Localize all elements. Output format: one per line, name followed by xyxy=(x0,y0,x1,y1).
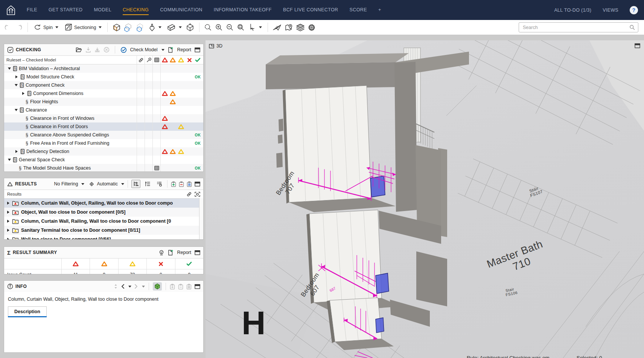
result-row[interactable]: Object, Wall too close to Door component… xyxy=(4,208,203,217)
expand-icon[interactable] xyxy=(15,75,18,78)
result-row-selected[interactable]: Column, Curtain Wall, Object, Railing, W… xyxy=(4,199,203,208)
collapse-icon[interactable] xyxy=(15,109,18,111)
all-todo-button[interactable]: ALL TO-DO (1/3) xyxy=(554,5,591,15)
link-icon[interactable] xyxy=(187,192,192,197)
expand-icon[interactable] xyxy=(22,92,24,95)
panel-window-icon[interactable] xyxy=(635,43,640,48)
selection-basket-button[interactable] xyxy=(165,23,183,32)
previous-issue-icon[interactable] xyxy=(121,284,125,289)
checking-row[interactable]: §Free Area in Front of Fixed FurnishingO… xyxy=(4,139,203,147)
paint-tool-button[interactable] xyxy=(147,23,163,32)
results-scrollbar[interactable] xyxy=(199,198,203,239)
show-in-model-button[interactable] xyxy=(153,282,162,291)
panel-window-icon[interactable] xyxy=(195,47,200,52)
fly-mode-icon[interactable] xyxy=(273,24,282,31)
zoom-in-icon[interactable] xyxy=(215,23,223,32)
collapse-icon[interactable] xyxy=(8,67,11,70)
3d-scene[interactable]: 687 Bedroom 707 Bedroom 607 Master Bath xyxy=(206,40,644,358)
wrench-icon[interactable] xyxy=(146,58,151,63)
menu-information-takeoff[interactable]: INFORMATION TAKEOFF xyxy=(214,5,272,15)
menu-add-tab[interactable]: + xyxy=(378,5,381,15)
summary-report-button[interactable]: Report xyxy=(177,250,191,255)
3d-viewport[interactable]: 3D xyxy=(206,40,644,358)
checking-row[interactable]: §Clearance Above Suspended CeilingsOK xyxy=(4,131,203,139)
spin-button[interactable]: Spin xyxy=(32,23,59,32)
zoom-fit-icon[interactable] xyxy=(204,23,212,32)
tab-description[interactable]: Description xyxy=(8,306,47,316)
expand-icon[interactable] xyxy=(7,211,9,214)
search-input[interactable] xyxy=(522,24,629,31)
next-issue-icon[interactable] xyxy=(134,284,138,289)
cube-ghost-icon[interactable] xyxy=(135,23,145,32)
clipboard-remove-icon[interactable] xyxy=(179,181,184,187)
expand-icon[interactable] xyxy=(7,238,9,240)
search-icon[interactable] xyxy=(629,24,635,30)
result-row[interactable]: Wall too close to Door component [0/56] xyxy=(4,235,203,240)
layers-icon[interactable] xyxy=(296,24,305,31)
expand-icon[interactable] xyxy=(7,229,9,232)
checking-row[interactable]: §Component Dimensions xyxy=(4,89,203,98)
result-row[interactable]: Sanitary Terminal too close to Door comp… xyxy=(4,226,203,235)
check-model-caret[interactable] xyxy=(161,49,164,51)
filtering-caret[interactable] xyxy=(81,183,84,185)
menu-get-started[interactable]: GET STARTED xyxy=(49,5,83,15)
stamp-icon[interactable] xyxy=(158,250,164,255)
zoom-selection-icon[interactable] xyxy=(237,23,245,32)
undo-icon[interactable] xyxy=(4,24,12,31)
expand-icon[interactable] xyxy=(7,202,9,205)
menu-communication[interactable]: COMMUNICATION xyxy=(160,5,202,15)
previous-dropdown-caret[interactable] xyxy=(128,286,131,288)
link-icon[interactable] xyxy=(139,58,143,63)
checking-row[interactable]: §BIM Validation – Architectural xyxy=(4,64,203,73)
collapse-icon[interactable] xyxy=(8,159,11,161)
collapse-icon[interactable] xyxy=(15,84,18,86)
cancel-check-icon[interactable] xyxy=(104,47,110,53)
zoom-out-icon[interactable] xyxy=(226,23,234,32)
view-list-settings-button[interactable] xyxy=(155,180,164,188)
menu-score[interactable]: SCORE xyxy=(350,5,367,15)
checking-row[interactable]: §General Space Check xyxy=(4,156,203,164)
menu-file[interactable]: FILE xyxy=(27,5,37,15)
clipboard-list-icon[interactable] xyxy=(187,181,192,187)
table-icon[interactable] xyxy=(154,166,159,170)
clipboard-list-icon[interactable] xyxy=(186,284,192,289)
menu-bcf-live-connector[interactable]: BCF LIVE CONNECTOR xyxy=(283,5,338,15)
checking-row[interactable]: §Clearance in Front of Windows xyxy=(4,114,203,122)
menu-model[interactable]: MODEL xyxy=(94,5,111,15)
menu-checking[interactable]: CHECKING xyxy=(123,5,149,15)
box-axes-icon[interactable] xyxy=(186,23,195,32)
filtering-dropdown[interactable]: No Filtering xyxy=(54,181,78,187)
table-icon[interactable] xyxy=(154,58,159,62)
cube-solid-icon[interactable] xyxy=(112,23,121,32)
checking-row[interactable]: §Deficiency Detection xyxy=(4,147,203,156)
checking-row[interactable]: §The Model Should Have SpacesOK xyxy=(4,164,203,172)
map-pin-icon[interactable] xyxy=(285,23,293,32)
view-list-button[interactable] xyxy=(143,180,152,188)
result-row[interactable]: Column, Curtain Wall, Railing, Wall too … xyxy=(4,217,203,226)
clipboard-add-icon[interactable] xyxy=(171,181,176,187)
open-ruleset-icon[interactable] xyxy=(76,47,82,52)
select-tool-button[interactable] xyxy=(248,23,263,32)
checking-row[interactable]: §Floor Heights xyxy=(4,98,203,106)
export-icon[interactable] xyxy=(94,47,100,53)
checking-row[interactable]: §Clearance xyxy=(4,106,203,114)
expand-icon[interactable] xyxy=(15,150,18,153)
cube-transparent-icon[interactable] xyxy=(124,23,133,32)
settings-gear-icon[interactable] xyxy=(308,23,316,32)
clipboard-remove-icon[interactable] xyxy=(178,284,183,289)
redo-icon[interactable] xyxy=(15,24,23,31)
checking-report-button[interactable]: Report xyxy=(177,47,191,52)
views-button[interactable]: VIEWS xyxy=(603,5,618,15)
panel-window-icon[interactable] xyxy=(195,250,200,255)
expand-icon[interactable] xyxy=(7,220,9,223)
checking-row[interactable]: §Model Structure CheckOK xyxy=(4,73,203,81)
automatic-dropdown[interactable]: Automatic xyxy=(97,181,118,187)
check-model-button[interactable]: Check Model xyxy=(130,47,158,52)
viewfinder-icon[interactable] xyxy=(195,192,200,197)
app-logo-icon[interactable] xyxy=(5,4,17,16)
import-icon[interactable] xyxy=(85,47,91,53)
next-dropdown-caret[interactable] xyxy=(142,286,145,288)
automatic-caret[interactable] xyxy=(121,183,124,185)
sectioning-button[interactable]: Sectioning xyxy=(62,23,103,32)
view-tree-button[interactable] xyxy=(131,180,140,188)
